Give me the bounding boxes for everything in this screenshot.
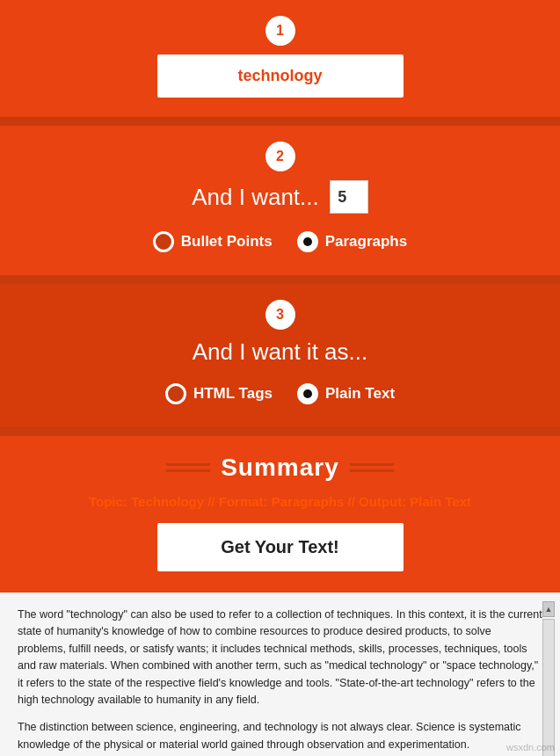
step-1-badge: 1 bbox=[265, 16, 295, 46]
html-tags-label: HTML Tags bbox=[193, 385, 273, 403]
format-radio-group: Bullet Points Paragraphs bbox=[153, 231, 407, 252]
sep2: // bbox=[347, 494, 359, 509]
sep1: // bbox=[207, 494, 219, 509]
step-3-badge: 3 bbox=[265, 300, 295, 330]
topic-label: Topic: bbox=[89, 494, 127, 509]
summary-detail: Topic: Technology // Format: Paragraphs … bbox=[89, 494, 471, 509]
topic-input[interactable] bbox=[157, 55, 404, 98]
bullet-points-radio[interactable] bbox=[153, 231, 174, 252]
plain-text-option[interactable]: Plain Text bbox=[297, 383, 395, 404]
summary-lines-right bbox=[350, 463, 394, 472]
section-1: 1 bbox=[0, 0, 560, 117]
scroll-up-button[interactable]: ▲ bbox=[542, 601, 555, 617]
plain-text-label: Plain Text bbox=[325, 385, 395, 403]
scroll-track[interactable] bbox=[542, 619, 555, 756]
summary-section: Summary Topic: Technology // Format: Par… bbox=[0, 436, 560, 592]
output-paragraph-2: The distinction between science, enginee… bbox=[18, 719, 542, 753]
topic-value: Technology bbox=[131, 494, 204, 509]
summary-line-4 bbox=[350, 469, 394, 472]
section-divider-2 bbox=[0, 275, 560, 284]
step-2-label-text: And I want... bbox=[192, 184, 319, 211]
get-text-button[interactable]: Get Your Text! bbox=[157, 523, 404, 571]
output-label: Output: bbox=[359, 494, 406, 509]
step-3-label-text: And I want it as... bbox=[193, 338, 367, 366]
bullet-points-label: Bullet Points bbox=[181, 233, 273, 251]
output-radio-group: HTML Tags Plain Text bbox=[165, 383, 395, 404]
output-section: The word "technology" can also be used t… bbox=[0, 592, 560, 756]
count-input[interactable] bbox=[330, 180, 368, 214]
paragraphs-radio[interactable] bbox=[297, 231, 318, 252]
step-3-label: And I want it as... bbox=[193, 338, 367, 366]
html-tags-radio[interactable] bbox=[165, 383, 186, 404]
scrollbar[interactable]: ▲ bbox=[542, 601, 555, 756]
section-2: 2 And I want... Bullet Points Paragraphs bbox=[0, 126, 560, 275]
html-tags-option[interactable]: HTML Tags bbox=[165, 383, 273, 404]
section-divider-3 bbox=[0, 427, 560, 436]
paragraphs-option[interactable]: Paragraphs bbox=[297, 231, 408, 252]
format-label: Format: bbox=[219, 494, 268, 509]
section-3: 3 And I want it as... HTML Tags Plain Te… bbox=[0, 284, 560, 427]
output-paragraph-1: The word "technology" can also be used t… bbox=[18, 607, 542, 709]
paragraphs-label: Paragraphs bbox=[325, 233, 408, 251]
bullet-points-option[interactable]: Bullet Points bbox=[153, 231, 273, 252]
summary-line-2 bbox=[166, 469, 210, 472]
section-divider-1 bbox=[0, 117, 560, 126]
plain-text-radio[interactable] bbox=[297, 383, 318, 404]
summary-title: Summary bbox=[221, 454, 339, 482]
format-value: Paragraphs bbox=[272, 494, 345, 509]
summary-line-1 bbox=[166, 463, 210, 466]
output-value: Plain Text bbox=[410, 494, 471, 509]
summary-header: Summary bbox=[166, 454, 394, 482]
summary-lines-left bbox=[166, 463, 210, 472]
summary-line-3 bbox=[350, 463, 394, 466]
watermark: wsxdn.com bbox=[506, 742, 555, 752]
step-2-badge: 2 bbox=[265, 142, 295, 171]
step-2-label: And I want... bbox=[192, 180, 368, 214]
